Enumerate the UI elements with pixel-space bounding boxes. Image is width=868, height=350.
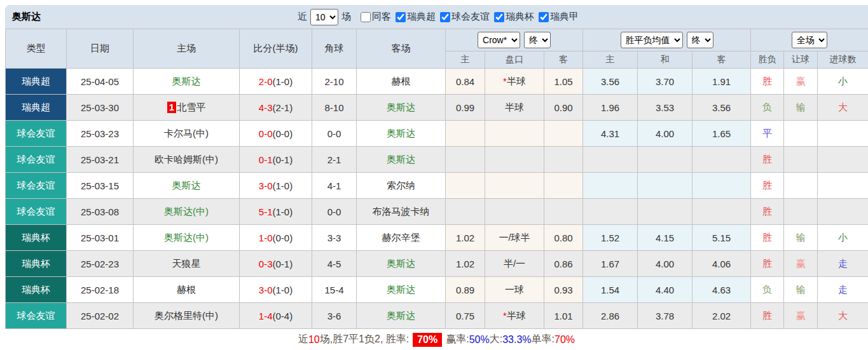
summary-segment: 场,胜7平1负2, 胜率:: [320, 333, 409, 346]
home-team-name: 天狼星: [172, 258, 201, 269]
handicap-result-cell: [784, 147, 818, 173]
away-team-name: 奥斯达: [387, 128, 415, 138]
handicap-result-cell: [784, 121, 818, 147]
away-team-cell: 奥斯达: [357, 303, 446, 329]
result-cell: 负: [751, 95, 784, 121]
corners-cell: 3-6: [312, 303, 357, 329]
league-type-cell: 瑞典超: [6, 69, 67, 95]
halftime-score: (0-4): [273, 311, 293, 321]
odds-home-cell: [446, 173, 485, 199]
league-checkbox[interactable]: [539, 12, 549, 22]
same-opponent-checkbox[interactable]: [361, 12, 371, 22]
away-team-name: 奥斯达: [387, 310, 415, 321]
result-cell: 负: [751, 277, 784, 303]
avg-home-cell: 2.86: [583, 303, 638, 329]
halftime-score: (0-1): [273, 259, 293, 269]
home-team-name: 北雪平: [177, 102, 205, 112]
odds-home-cell: [446, 147, 485, 173]
match-row: 瑞典超25-04-05奥斯达2-0(1-0)2-10赫根0.84*半球1.053…: [6, 69, 868, 95]
corners-cell: 15-4: [312, 277, 357, 303]
result-cell: 胜: [751, 303, 784, 329]
handicap-result-cell: [784, 173, 818, 199]
odds-home-cell: 0.99: [446, 95, 485, 121]
fulltime-score: 0-3: [259, 259, 273, 269]
home-team-name: 奥斯达: [172, 76, 201, 86]
match-row: 球会友谊25-03-21欧卡哈姆斯(中)0-1(0-1)2-1奥斯达胜: [6, 147, 868, 173]
score-cell: 5-1(1-0): [240, 199, 312, 225]
odds-away-cell: [544, 199, 583, 225]
halftime-score: (0-0): [273, 128, 293, 139]
home-team-name: 奥斯达(中): [164, 232, 209, 243]
avg-draw-cell: 4.00: [638, 251, 692, 277]
league-checkbox[interactable]: [396, 12, 406, 22]
avg-type-select[interactable]: 胜平负均值: [621, 32, 683, 48]
match-row: 瑞典杯25-03-01奥斯达(中)1-0(0-0)3-3赫尔辛堡1.02一/球半…: [6, 225, 868, 251]
avg-away-cell: 5.15: [692, 225, 751, 251]
away-team-name: 奥斯达: [387, 284, 415, 295]
home-team-cell: 奥斯达: [134, 69, 240, 95]
avg-home-cell: 1.54: [583, 277, 638, 303]
handicap-cell: [485, 199, 544, 225]
sub-avg-away: 客: [692, 51, 751, 69]
recent-count-select[interactable]: 10: [310, 9, 338, 25]
odds-home-cell: 1.02: [446, 251, 485, 277]
home-team-cell: 奥斯达(中): [134, 225, 240, 251]
avg-away-cell: 1.65: [692, 121, 751, 147]
home-team-name: 卡尔马(中): [164, 128, 209, 138]
summary-segment: 70%: [413, 333, 442, 347]
handicap-result-cell: 赢: [784, 69, 818, 95]
summary-segment: 50%: [469, 334, 490, 346]
odds-away-cell: [544, 173, 583, 199]
avg-away-cell: 4.63: [692, 277, 751, 303]
home-team-cell: 奥尔格里特(中): [134, 303, 240, 329]
corners-cell: 0-0: [312, 199, 357, 225]
rank-badge: 1: [167, 102, 176, 113]
handicap-cell: *半球: [485, 303, 544, 329]
avg-home-cell: [583, 199, 638, 225]
result-cell: 胜: [751, 199, 784, 225]
table-body: 瑞典超25-04-05奥斯达2-0(1-0)2-10赫根0.84*半球1.053…: [6, 69, 868, 329]
halftime-score: (0-1): [273, 154, 293, 165]
fulltime-score: 3-0: [259, 285, 273, 295]
home-team-cell: 天狼星: [134, 251, 240, 277]
goals-result-cell: [818, 147, 868, 173]
home-team-cell: 欧卡哈姆斯(中): [134, 147, 240, 173]
goals-result-cell: 小: [818, 225, 868, 251]
odds-away-cell: [544, 121, 583, 147]
odds-time-select[interactable]: 终: [524, 32, 551, 48]
fulltime-score: 1-0: [259, 232, 273, 243]
odds-away-cell: 0.80: [544, 225, 583, 251]
corners-cell: 4-1: [312, 173, 357, 199]
handicap-text: 半球: [507, 76, 526, 86]
odds-home-cell: 0.84: [446, 69, 485, 95]
odds-away-cell: 0.90: [544, 95, 583, 121]
summary-footer: 近10场,胜7平1负2, 胜率:70%赢率:50% 大:33.3% 单率:70%: [5, 329, 868, 350]
scope-group: 全场: [751, 29, 868, 51]
scope-select[interactable]: 全场: [792, 32, 827, 48]
avg-home-cell: 1.96: [583, 95, 638, 121]
home-team-cell: 赫根: [134, 277, 240, 303]
match-row: 瑞典杯25-02-18赫根3-0(1-0)15-4奥斯达0.89一球0.931.…: [6, 277, 868, 303]
games-label: 场: [341, 11, 351, 23]
handicap-result-cell: 输: [784, 277, 818, 303]
sub-handicap: 盘口: [485, 51, 544, 69]
away-team-cell: 奥斯达: [357, 251, 446, 277]
away-team-name: 奥斯达: [387, 154, 415, 165]
goals-result-cell: 大: [818, 303, 868, 329]
col-home: 主场: [134, 29, 240, 69]
corners-cell: 2-1: [312, 147, 357, 173]
goals-result-cell: [818, 173, 868, 199]
odds-company-select[interactable]: Crow*: [478, 32, 520, 48]
away-team-name: 奥斯达: [387, 258, 415, 269]
league-checkbox[interactable]: [440, 12, 450, 22]
league-checkbox[interactable]: [494, 12, 504, 22]
odds-home-cell: 1.02: [446, 225, 485, 251]
summary-segment: 10: [308, 334, 320, 346]
score-cell: 0-3(0-1): [240, 251, 312, 277]
sub-odds-away: 客: [544, 51, 583, 69]
avg-time-select[interactable]: 终: [687, 32, 713, 48]
date-cell: 25-03-30: [67, 95, 134, 121]
halftime-score: (1-0): [273, 206, 293, 217]
avg-home-cell: [583, 147, 638, 173]
date-cell: 25-02-02: [67, 303, 134, 329]
